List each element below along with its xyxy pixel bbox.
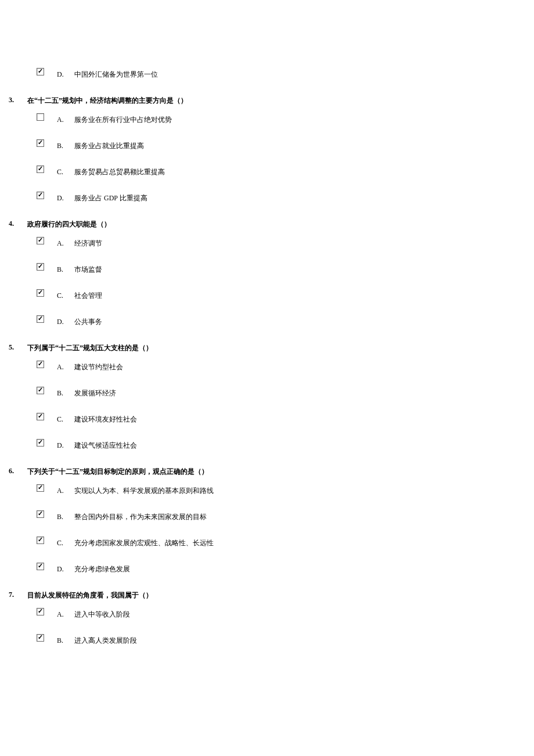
option-text: 经济调节 xyxy=(74,239,525,249)
question-number: 4. xyxy=(9,219,27,229)
option-text: 服务业占 GDP 比重提高 xyxy=(74,193,525,203)
option-letter: B. xyxy=(57,142,74,150)
option-letter: B. xyxy=(57,513,74,521)
option-row: D.建设气候适应性社会 xyxy=(37,441,525,451)
question-text: 下列关于“十二五”规划目标制定的原则，观点正确的是（） xyxy=(27,467,525,477)
question-number: 5. xyxy=(9,343,27,353)
checkbox-cell xyxy=(37,165,57,173)
checkbox-cell xyxy=(37,413,57,420)
question-number: 7. xyxy=(9,591,27,600)
option-row: A.实现以人为本、科学发展观的基本原则和路线 xyxy=(37,486,525,496)
option-text: 市场监督 xyxy=(74,265,525,275)
checkbox-cell xyxy=(37,439,57,447)
question-number: 6. xyxy=(9,467,27,477)
option-text: 建设节约型社会 xyxy=(74,362,525,372)
option-row: B.服务业占就业比重提高 xyxy=(37,141,525,151)
checkbox-cell xyxy=(37,537,57,544)
option-text: 发展循环经济 xyxy=(74,388,525,398)
checkbox-cell xyxy=(37,139,57,147)
option-letter: C. xyxy=(57,415,74,424)
checkbox[interactable] xyxy=(37,361,44,368)
option-letter: A. xyxy=(57,610,74,619)
question-header: 3.在“十二五”规划中，经济结构调整的主要方向是（） xyxy=(9,96,525,106)
checkbox[interactable] xyxy=(37,608,44,615)
question-header: 7.目前从发展特征的角度看，我国属于（） xyxy=(9,591,525,600)
option-letter: B. xyxy=(57,265,74,274)
option-letter: A. xyxy=(57,239,74,248)
option-text: 整合国内外目标，作为未来国家发展的目标 xyxy=(74,512,525,522)
option-text: 建设气候适应性社会 xyxy=(74,441,525,451)
checkbox-cell xyxy=(37,237,57,244)
checkbox[interactable] xyxy=(37,439,44,447)
option-letter: D. xyxy=(57,70,74,79)
option-letter: C. xyxy=(57,539,74,548)
option-text: 充分考虑国家发展的宏观性、战略性、长远性 xyxy=(74,538,525,548)
option-text: 服务贸易占总贸易额比重提高 xyxy=(74,167,525,177)
checkbox[interactable] xyxy=(37,289,44,297)
option-row: D.充分考虑绿色发展 xyxy=(37,564,525,574)
orphan-option-row: D. 中国外汇储备为世界第一位 xyxy=(37,70,525,80)
option-row: A.进入中等收入阶段 xyxy=(37,610,525,620)
question-text: 目前从发展特征的角度看，我国属于（） xyxy=(27,591,525,600)
question-header: 4.政府履行的四大职能是（） xyxy=(9,219,525,229)
checkbox-cell xyxy=(37,361,57,368)
option-row: C.社会管理 xyxy=(37,291,525,301)
option-text: 中国外汇储备为世界第一位 xyxy=(74,70,525,80)
checkbox[interactable] xyxy=(37,68,44,75)
checkbox[interactable] xyxy=(37,484,44,492)
checkbox[interactable] xyxy=(37,165,44,173)
option-text: 社会管理 xyxy=(74,291,525,301)
option-letter: B. xyxy=(57,636,74,645)
option-row: B.发展循环经济 xyxy=(37,388,525,398)
option-letter: D. xyxy=(57,441,74,450)
checkbox[interactable] xyxy=(37,387,44,394)
checkbox[interactable] xyxy=(37,263,44,271)
checkbox[interactable] xyxy=(37,537,44,544)
question-block: 3.在“十二五”规划中，经济结构调整的主要方向是（）A.服务业在所有行业中占绝对… xyxy=(9,96,525,203)
question-block: 7.目前从发展特征的角度看，我国属于（）A.进入中等收入阶段B.进入高人类发展阶… xyxy=(9,591,525,646)
option-text: 公共事务 xyxy=(74,317,525,327)
option-row: C.充分考虑国家发展的宏观性、战略性、长远性 xyxy=(37,538,525,548)
checkbox[interactable] xyxy=(37,139,44,147)
option-letter: A. xyxy=(57,363,74,372)
option-text: 进入中等收入阶段 xyxy=(74,610,525,620)
option-row: C.服务贸易占总贸易额比重提高 xyxy=(37,167,525,177)
option-text: 充分考虑绿色发展 xyxy=(74,564,525,574)
checkbox-cell xyxy=(37,315,57,323)
option-text: 服务业在所有行业中占绝对优势 xyxy=(74,115,525,125)
question-number: 3. xyxy=(9,96,27,106)
option-letter: D. xyxy=(57,318,74,326)
checkbox[interactable] xyxy=(37,634,44,642)
checkbox-cell xyxy=(37,387,57,394)
checkbox[interactable] xyxy=(37,510,44,518)
question-block: 6.下列关于“十二五”规划目标制定的原则，观点正确的是（）A.实现以人为本、科学… xyxy=(9,467,525,574)
checkbox[interactable] xyxy=(37,315,44,323)
checkbox[interactable] xyxy=(37,192,44,199)
checkbox-cell xyxy=(37,68,57,75)
option-row: A.经济调节 xyxy=(37,239,525,249)
checkbox-cell xyxy=(37,484,57,492)
option-text: 服务业占就业比重提高 xyxy=(74,141,525,151)
option-letter: B. xyxy=(57,389,74,398)
option-row: B.进入高人类发展阶段 xyxy=(37,636,525,646)
option-text: 进入高人类发展阶段 xyxy=(74,636,525,646)
option-letter: A. xyxy=(57,116,74,124)
question-header: 5.下列属于“十二五”规划五大支柱的是（） xyxy=(9,343,525,353)
checkbox[interactable] xyxy=(37,563,44,570)
question-block: 4.政府履行的四大职能是（）A.经济调节B.市场监督C.社会管理D.公共事务 xyxy=(9,219,525,327)
option-row: B.市场监督 xyxy=(37,265,525,275)
question-text: 下列属于“十二五”规划五大支柱的是（） xyxy=(27,343,525,353)
checkbox[interactable] xyxy=(37,237,44,244)
option-row: D.公共事务 xyxy=(37,317,525,327)
option-row: B.整合国内外目标，作为未来国家发展的目标 xyxy=(37,512,525,522)
option-text: 建设环境友好性社会 xyxy=(74,415,525,424)
question-header: 6.下列关于“十二五”规划目标制定的原则，观点正确的是（） xyxy=(9,467,525,477)
checkbox[interactable] xyxy=(37,113,44,121)
checkbox[interactable] xyxy=(37,413,44,420)
option-row: C.建设环境友好性社会 xyxy=(37,415,525,424)
option-letter: C. xyxy=(57,168,74,177)
option-row: D.服务业占 GDP 比重提高 xyxy=(37,193,525,203)
checkbox-cell xyxy=(37,634,57,642)
checkbox-cell xyxy=(37,192,57,199)
question-block: 5.下列属于“十二五”规划五大支柱的是（）A.建设节约型社会B.发展循环经济C.… xyxy=(9,343,525,451)
